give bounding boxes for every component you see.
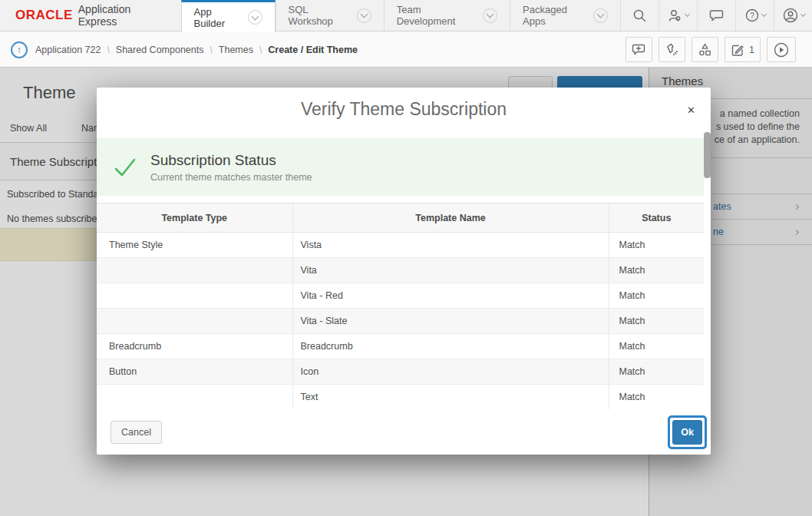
chevron-down-icon[interactable] <box>248 10 262 25</box>
ok-button-focus-ring: Ok <box>668 415 707 449</box>
up-level-icon[interactable]: ↑ <box>11 41 28 58</box>
tab-label: Team Development <box>397 4 477 27</box>
search-icon <box>632 8 647 23</box>
table-row: BreadcrumbBreadcrumbMatch <box>97 334 704 359</box>
table-cell: Breadcrumb <box>292 334 609 359</box>
success-banner: Subscription Status Current theme matche… <box>97 138 704 196</box>
table-cell: Text <box>292 385 609 410</box>
close-icon[interactable]: ✕ <box>684 101 698 119</box>
tab-sql-workshop[interactable]: SQL Workshop <box>276 0 384 31</box>
debug-button[interactable] <box>659 37 685 62</box>
chevron-down-icon <box>800 12 805 17</box>
breadcrumb-separator: \ <box>210 45 212 55</box>
admin-user-icon <box>668 8 683 23</box>
administration-menu-button[interactable] <box>659 0 697 31</box>
tab-packaged-apps[interactable]: Packaged Apps <box>510 0 620 31</box>
chevron-down-icon[interactable] <box>483 8 497 23</box>
breadcrumb-separator: \ <box>107 45 109 55</box>
flashlight-icon <box>665 42 679 57</box>
checkmark-icon <box>114 157 137 177</box>
comment-plus-icon <box>632 43 646 56</box>
column-header-template-name: Template Name <box>292 203 609 233</box>
template-status-table: Template Type Template Name Status Theme… <box>97 203 704 409</box>
table-row: Theme StyleVistaMatch <box>97 233 704 258</box>
table-cell: Vita - Slate <box>292 309 609 334</box>
chevron-down-icon <box>761 12 766 17</box>
run-application-button[interactable] <box>767 37 796 62</box>
table-cell: Match <box>609 359 704 385</box>
dialog-footer: Cancel Ok <box>97 409 711 455</box>
svg-text:?: ? <box>750 12 754 20</box>
tab-app-builder[interactable]: App Builder <box>181 0 276 32</box>
table-cell <box>97 283 292 309</box>
add-comment-button[interactable] <box>626 37 652 62</box>
table-cell: Match <box>609 309 704 334</box>
account-menu-button[interactable] <box>774 0 812 31</box>
help-icon: ? <box>744 8 760 23</box>
breadcrumb-shared-components[interactable]: Shared Components <box>116 45 204 55</box>
dialog-title: Verify Theme Subscription <box>301 99 507 120</box>
tab-label: App Builder <box>194 6 242 29</box>
shapes-icon <box>698 42 712 57</box>
edit-pencil-icon <box>731 43 744 57</box>
dialog-body: Subscription Status Current theme matche… <box>97 131 711 409</box>
table-cell <box>97 258 292 283</box>
table-cell: Button <box>97 359 292 385</box>
edit-page-button[interactable]: 1 <box>725 37 761 62</box>
table-row: VitaMatch <box>97 258 704 283</box>
play-icon <box>773 41 790 58</box>
verify-theme-subscription-dialog: Verify Theme Subscription ✕ Subscription… <box>97 88 711 455</box>
cancel-button[interactable]: Cancel <box>111 421 162 444</box>
speech-bubble-icon <box>709 8 725 22</box>
product-name: Application Express <box>78 3 164 28</box>
breadcrumb-separator: \ <box>259 45 262 55</box>
page-toolbar: 1 <box>626 37 796 62</box>
table-cell: Vita <box>292 258 609 283</box>
feedback-button[interactable] <box>697 0 735 31</box>
tab-label: Packaged Apps <box>523 4 587 27</box>
chevron-down-icon[interactable] <box>593 8 608 23</box>
breadcrumb-current-page: Create / Edit Theme <box>268 45 358 55</box>
table-cell <box>97 385 292 410</box>
breadcrumb-bar: ↑ Application 722 \ Shared Components \ … <box>0 32 812 68</box>
table-cell: Vista <box>292 233 609 258</box>
ok-button[interactable]: Ok <box>672 420 702 445</box>
table-row: Vita - RedMatch <box>97 283 704 309</box>
search-button[interactable] <box>620 0 659 31</box>
edit-page-number: 1 <box>749 45 754 55</box>
table-cell: Match <box>609 283 704 309</box>
breadcrumb-application[interactable]: Application 722 <box>35 45 101 55</box>
shared-components-button[interactable] <box>692 37 718 62</box>
scrollbar-thumb[interactable] <box>704 132 711 178</box>
help-menu-button[interactable]: ? <box>735 0 774 31</box>
breadcrumb-themes[interactable]: Themes <box>219 45 253 55</box>
table-cell <box>97 309 292 334</box>
table-cell: Breadcrumb <box>97 334 292 359</box>
table-cell: Match <box>609 258 704 283</box>
dialog-header: Verify Theme Subscription ✕ <box>97 88 711 131</box>
table-cell: Icon <box>292 359 609 385</box>
oracle-logo: ORACLE <box>15 8 73 23</box>
table-cell: Theme Style <box>97 233 292 258</box>
banner-text: Subscription Status Current theme matche… <box>150 152 312 183</box>
table-header-row: Template Type Template Name Status <box>97 203 704 233</box>
user-avatar-icon <box>782 7 799 24</box>
chevron-down-icon <box>684 12 689 17</box>
screen: ORACLE Application Express App Builder S… <box>0 0 812 516</box>
top-navigation-bar: ORACLE Application Express App Builder S… <box>0 0 812 31</box>
table-row: Vita - SlateMatch <box>97 309 704 334</box>
table-cell: Vita - Red <box>292 283 609 309</box>
table-row: ButtonIconMatch <box>97 359 704 385</box>
table-cell: Match <box>609 385 704 410</box>
column-header-status: Status <box>609 203 704 233</box>
banner-subtitle: Current theme matches master theme <box>150 172 312 183</box>
column-header-template-type: Template Type <box>97 203 292 233</box>
nav-icon-group: ? <box>620 0 812 31</box>
tab-team-development[interactable]: Team Development <box>384 0 510 31</box>
chevron-down-icon[interactable] <box>357 8 371 23</box>
table-cell: Match <box>609 233 704 258</box>
brand: ORACLE Application Express <box>0 0 181 31</box>
banner-title: Subscription Status <box>150 152 312 169</box>
tab-label: SQL Workshop <box>289 4 351 27</box>
table-cell: Match <box>609 334 704 359</box>
